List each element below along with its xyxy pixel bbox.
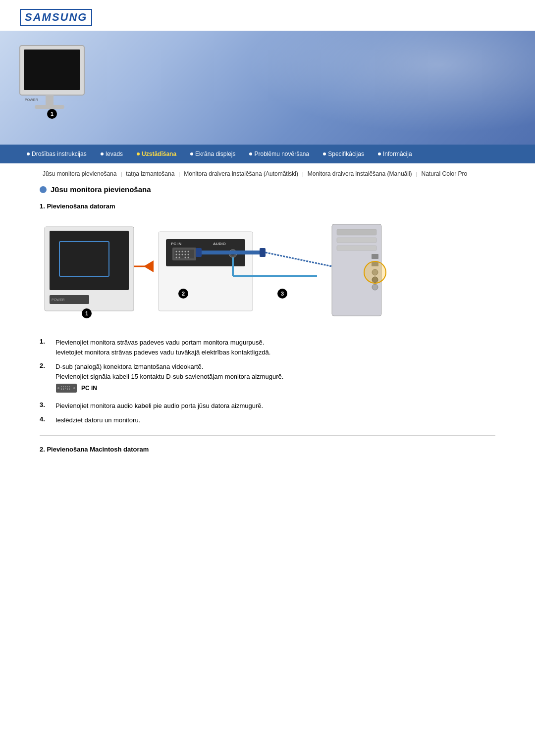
svg-point-25 — [185, 251, 186, 252]
svg-point-30 — [185, 254, 186, 255]
pc-in-label: PC IN — [81, 384, 97, 393]
instr-text-3: Pievienojiet monitora audio kabeli pie a… — [55, 401, 263, 411]
svg-text:POWER: POWER — [25, 98, 38, 101]
svg-text:3: 3 — [281, 291, 284, 297]
nav-bullet — [249, 152, 252, 155]
svg-point-59 — [57, 387, 59, 389]
svg-point-31 — [188, 254, 189, 255]
banner: 1 POWER — [0, 31, 535, 145]
svg-rect-21 — [174, 250, 194, 258]
nav-item-drosibas[interactable]: Drošības instrukcijas — [20, 149, 94, 159]
svg-point-56 — [364, 261, 386, 283]
instructions-list: 1. Pievienojiet monitora strāvas padeves… — [40, 338, 495, 425]
nav-item-specifikacijas[interactable]: Specifikācijas — [316, 149, 371, 159]
header: SAMSUNG — [0, 0, 535, 31]
instruction-item-3: 3. Pievienojiet monitora audio kabeli pi… — [40, 401, 495, 411]
nav-item-uzstadisana[interactable]: Uzstādīšana — [130, 149, 183, 159]
svg-point-61 — [63, 386, 64, 387]
svg-rect-1 — [24, 50, 80, 90]
svg-point-60 — [61, 386, 62, 387]
instr-number-2: 2. — [40, 362, 48, 369]
main-content: Jūsu monitora pievienošana 1. Pievienoša… — [0, 180, 535, 473]
svg-rect-3 — [35, 105, 64, 109]
divider — [40, 435, 495, 436]
nav-item-informacija[interactable]: Informācija — [371, 149, 419, 159]
breadcrumb-automatiski[interactable]: Monitora draivera instalēšana (Automātis… — [181, 170, 301, 177]
breadcrumb-sep4: | — [415, 171, 419, 177]
svg-rect-2 — [46, 95, 54, 106]
nav-bullet — [378, 152, 381, 155]
svg-rect-49 — [337, 238, 376, 243]
pc-in-icon — [55, 383, 77, 393]
diagram-svg: POWER 1 PC IN AUDIO — [40, 217, 485, 326]
instruction-item-4: 4. Ieslēdziet datoru un monitoru. — [40, 415, 495, 425]
svg-point-33 — [179, 257, 180, 258]
svg-text:AUDIO: AUDIO — [213, 242, 226, 246]
svg-point-74 — [73, 387, 75, 389]
breadcrumb-sep1: | — [119, 171, 123, 177]
samsung-logo: SAMSUNG — [20, 9, 92, 26]
nav-bullet-active — [137, 152, 140, 155]
svg-point-23 — [179, 251, 180, 252]
pc-in-badge: PC IN — [55, 383, 97, 393]
nav-bullet — [101, 152, 104, 155]
svg-rect-42 — [260, 248, 266, 257]
breadcrumb-sep3: | — [301, 171, 305, 177]
nav-bullet — [190, 152, 193, 155]
instr-number-3: 3. — [40, 401, 48, 408]
nav-bullet — [323, 152, 326, 155]
section-title: Jūsu monitora pievienošana — [40, 185, 495, 194]
nav-item-ekrana[interactable]: Ekrāna displejs — [183, 149, 242, 159]
nav-item-ievads[interactable]: Ievads — [94, 149, 130, 159]
svg-point-28 — [179, 254, 180, 255]
breadcrumb-tatna[interactable]: tatņa izmantošana — [123, 170, 177, 177]
svg-text:POWER: POWER — [52, 298, 64, 302]
breadcrumb-sep2: | — [177, 171, 181, 177]
svg-point-62 — [65, 386, 66, 387]
svg-point-55 — [372, 284, 378, 290]
connection-diagram: POWER 1 PC IN AUDIO — [40, 217, 495, 326]
section-icon — [40, 186, 47, 193]
breadcrumb: Jūsu monitora pievienošana | tatņa izman… — [0, 163, 535, 180]
instr-text-1: Pievienojiet monitora strāvas padeves va… — [55, 338, 270, 357]
svg-text:PC IN: PC IN — [171, 242, 182, 246]
svg-rect-50 — [337, 246, 376, 251]
svg-point-29 — [182, 254, 183, 255]
svg-rect-8 — [50, 231, 129, 290]
svg-point-34 — [185, 257, 186, 258]
svg-line-57 — [266, 252, 332, 266]
subsection-title-1: 1. Pievienošana datoram — [40, 202, 495, 210]
svg-point-65 — [61, 388, 62, 389]
svg-text:1: 1 — [51, 111, 54, 117]
instr-text-4: Ieslēdziet datoru un monitoru. — [55, 415, 140, 425]
svg-point-67 — [65, 388, 66, 389]
breadcrumb-manuali[interactable]: Monitora draivera instalēšana (Manuāli) — [305, 170, 415, 177]
nav-bullet — [27, 152, 30, 155]
svg-point-68 — [67, 388, 68, 389]
nav-bar: Drošības instrukcijas Ievads Uzstādīšana… — [0, 145, 535, 163]
instruction-item-1: 1. Pievienojiet monitora strāvas padeves… — [40, 338, 495, 357]
svg-rect-40 — [198, 251, 263, 254]
instr-text-2: D-sub (analogā) konektora izmantošana vi… — [55, 362, 283, 396]
svg-text:1: 1 — [85, 310, 88, 316]
svg-text:2: 2 — [182, 291, 185, 297]
svg-rect-48 — [337, 229, 376, 235]
svg-point-24 — [182, 251, 183, 252]
banner-monitor-illustration: 1 POWER — [15, 41, 99, 140]
instr-number-4: 4. — [40, 415, 48, 423]
instruction-item-2: 2. D-sub (analogā) konektora izmantošana… — [40, 362, 495, 396]
svg-point-66 — [63, 388, 64, 389]
banner-wave — [214, 31, 535, 145]
svg-point-73 — [69, 389, 70, 390]
breadcrumb-natural-color-pro[interactable]: Natural Color Pro — [418, 170, 470, 177]
breadcrumb-jūsu-monitora[interactable]: Jūsu monitora pievienošana — [40, 170, 119, 177]
svg-point-27 — [176, 254, 177, 255]
nav-item-problemu[interactable]: Problēmu novēršana — [242, 149, 316, 159]
svg-point-72 — [67, 389, 68, 390]
svg-point-64 — [69, 386, 70, 387]
instr-number-1: 1. — [40, 338, 48, 345]
svg-rect-41 — [196, 248, 202, 257]
svg-point-63 — [67, 386, 68, 387]
subsection-title-2: 2. Pievienošana Macintosh datoram — [40, 446, 495, 453]
svg-point-32 — [176, 257, 177, 258]
